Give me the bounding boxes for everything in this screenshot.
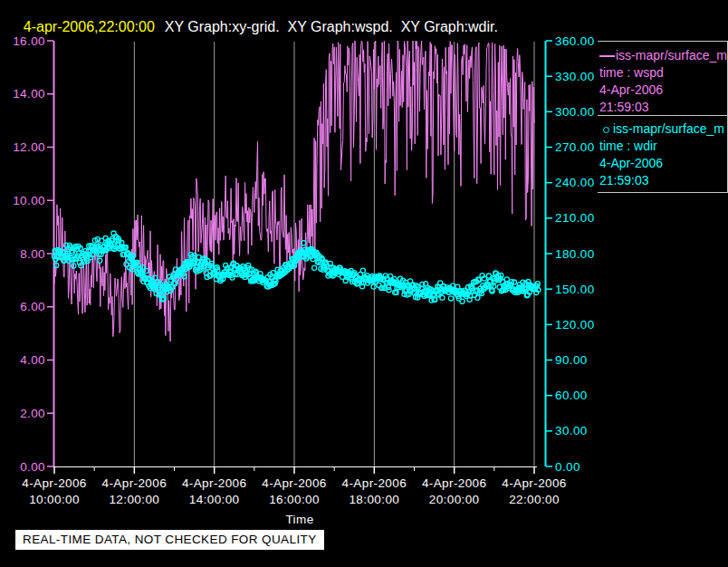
left-axis-tick-label: 12.00 bbox=[13, 140, 45, 154]
right-axis-tick-label: 210.00 bbox=[555, 211, 595, 225]
right-axis-tick-label: 180.00 bbox=[555, 247, 595, 261]
right-axis-tick-label: 60.00 bbox=[555, 389, 588, 402]
wdir-circle-sample-icon bbox=[603, 127, 609, 133]
legend: iss-mapr/surface_m time : wspd 4-Apr-200… bbox=[598, 41, 728, 193]
wdir-point bbox=[475, 295, 480, 300]
legend-series-name: iss-mapr/surface_m bbox=[613, 121, 724, 136]
right-axis-tick-label: 150.00 bbox=[555, 283, 595, 296]
right-axis-tick-label: 300.00 bbox=[555, 105, 595, 119]
left-axis-tick-label: 4.00 bbox=[20, 353, 45, 367]
x-axis-tick-time: 14:00:00 bbox=[189, 493, 240, 506]
legend-series-date: 4-Apr-2006 bbox=[599, 155, 728, 172]
right-axis-tick-label: 270.00 bbox=[555, 140, 595, 154]
xy-graph-window: 4-apr-2006,22:00:00XY Graph:xy-grid. XY … bbox=[0, 0, 728, 567]
left-axis-tick-label: 14.00 bbox=[13, 87, 45, 101]
legend-separator bbox=[598, 192, 728, 193]
wdir-point bbox=[460, 299, 465, 303]
x-axis-tick-time: 22:00:00 bbox=[509, 493, 560, 506]
x-axis-tick-date: 4-Apr-2006 bbox=[102, 476, 168, 490]
x-axis-tick-time: 18:00:00 bbox=[349, 493, 399, 506]
right-axis-tick-label: 120.00 bbox=[555, 318, 595, 332]
legend-series-time: 21:59:03 bbox=[599, 99, 728, 116]
left-axis-tick-label: 6.00 bbox=[20, 300, 45, 313]
x-axis-tick-time: 16:00:00 bbox=[269, 493, 320, 506]
wdir-point bbox=[312, 265, 317, 270]
legend-series-time: 21:59:03 bbox=[599, 172, 728, 189]
right-axis-tick-label: 0.00 bbox=[555, 460, 580, 474]
legend-entry-wdir: iss-mapr/surface_m time : wdir 4-Apr-200… bbox=[599, 120, 728, 189]
right-axis-tick-label: 330.00 bbox=[555, 70, 595, 83]
x-axis-tick-date: 4-Apr-2006 bbox=[262, 476, 327, 490]
left-axis-tick-label: 10.00 bbox=[13, 194, 45, 207]
left-axis-tick-label: 8.00 bbox=[20, 247, 45, 261]
legend-series-field: time : wspd bbox=[599, 64, 728, 82]
wdir-point bbox=[387, 288, 391, 293]
right-axis-tick-label: 240.00 bbox=[555, 176, 595, 189]
left-axis-tick-label: 16.00 bbox=[13, 34, 45, 48]
wspd-line-sample-icon bbox=[599, 55, 615, 57]
wdir-point bbox=[448, 296, 453, 301]
x-axis-tick-date: 4-Apr-2006 bbox=[342, 476, 407, 490]
x-axis-tick-date: 4-Apr-2006 bbox=[422, 476, 487, 490]
right-axis-tick-label: 90.00 bbox=[555, 353, 588, 367]
wdir-point bbox=[440, 295, 445, 300]
wdir-point bbox=[98, 258, 102, 263]
legend-series-name: iss-mapr/surface_m bbox=[616, 48, 727, 62]
x-axis-tick-time: 20:00:00 bbox=[429, 493, 480, 506]
wdir-point bbox=[371, 284, 376, 289]
left-axis-tick-label: 2.00 bbox=[20, 407, 45, 420]
legend-series-field: time : wdir bbox=[599, 138, 728, 155]
x-axis-tick-date: 4-Apr-2006 bbox=[22, 476, 87, 490]
x-axis-tick-date: 4-Apr-2006 bbox=[502, 476, 567, 490]
x-axis-tick-time: 10:00:00 bbox=[29, 493, 80, 506]
legend-separator bbox=[598, 41, 728, 42]
right-axis-tick-label: 30.00 bbox=[555, 424, 588, 437]
legend-entry-wspd: iss-mapr/surface_m time : wspd 4-Apr-200… bbox=[599, 47, 728, 116]
legend-series-date: 4-Apr-2006 bbox=[599, 82, 728, 99]
right-axis-tick-label: 360.00 bbox=[555, 34, 595, 48]
wdir-point bbox=[360, 268, 365, 273]
quality-notice: REAL-TIME DATA, NOT CHECKED FOR QUALITY bbox=[15, 530, 324, 550]
x-axis-tick-time: 12:00:00 bbox=[109, 493, 159, 506]
left-axis-tick-label: 0.00 bbox=[20, 460, 45, 474]
x-axis-tick-date: 4-Apr-2006 bbox=[182, 476, 247, 490]
x-axis-title: Time bbox=[285, 513, 313, 526]
